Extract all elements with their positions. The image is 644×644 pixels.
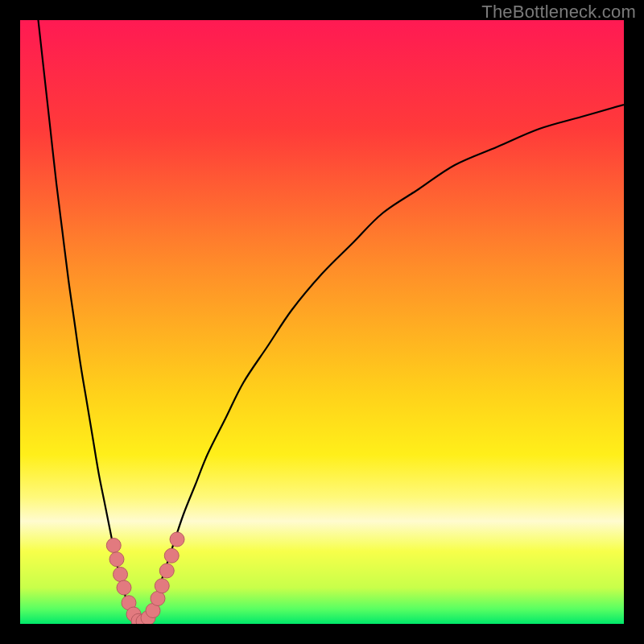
- bottleneck-chart: [20, 20, 624, 624]
- plot-area: [20, 20, 624, 624]
- curve-marker: [109, 552, 124, 567]
- curve-marker: [164, 548, 179, 563]
- curve-marker: [106, 539, 121, 553]
- curve-marker: [117, 580, 131, 595]
- curve-marker: [151, 592, 165, 606]
- curve-marker: [159, 564, 174, 578]
- curve-marker: [155, 579, 169, 593]
- chart-frame: TheBottleneck.com: [0, 0, 644, 644]
- curve-marker: [114, 568, 128, 582]
- curve-marker: [170, 532, 184, 547]
- attribution-watermark: TheBottleneck.com: [481, 2, 636, 23]
